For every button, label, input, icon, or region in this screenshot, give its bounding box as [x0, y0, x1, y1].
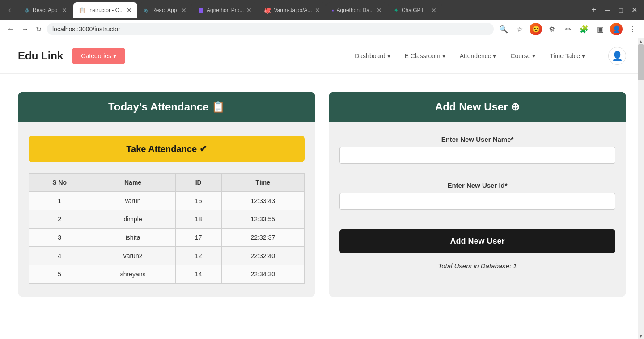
tab-favicon: ⚛ [144, 7, 149, 14]
pen-btn[interactable]: ✏ [562, 23, 574, 35]
main-content: Today's Attendance 📋 Take Attendance ✔ S… [0, 74, 644, 315]
table-row: 4varun21222:32:40 [29, 247, 305, 265]
nav-links: Dashboard ▾ E Classroom ▾ Attendence ▾ C… [355, 47, 626, 65]
categories-label: Categories ▾ [81, 52, 116, 59]
tab-title: Agnethon Pro... [207, 7, 244, 13]
forward-btn[interactable]: → [20, 23, 30, 35]
tab-agnethon-da[interactable]: ▪ Agnethon: Da... ✕ [326, 2, 387, 18]
new-user-id-input[interactable] [339, 193, 615, 210]
tab-title: Agnethon: Da... [337, 7, 374, 13]
bookmark-star-btn[interactable]: ☆ [513, 23, 526, 35]
categories-button[interactable]: Categories ▾ [72, 48, 125, 64]
tab-close-btn[interactable]: ✕ [62, 7, 67, 13]
maximize-btn[interactable]: □ [614, 4, 627, 17]
extensions-btn[interactable]: ⚙ [546, 23, 558, 35]
id-label: Enter New User Id* [339, 182, 615, 189]
attendance-card: Today's Attendance 📋 Take Attendance ✔ S… [18, 92, 315, 297]
col-id: ID [175, 174, 221, 192]
brand-logo: Edu Link [18, 50, 63, 62]
reload-btn[interactable]: ↻ [34, 23, 43, 35]
cell-sno: 5 [29, 265, 90, 284]
scrollbar-arrow-up[interactable]: ▲ [638, 38, 644, 44]
cell-time: 12:33:43 [221, 192, 304, 210]
add-user-button[interactable]: Add New User [339, 229, 615, 253]
address-bar: ← → ↻ 🔍 ☆ 😊 ⚙ ✏ 🧩 ▣ 👤 ⋮ [0, 20, 644, 38]
attendance-card-header: Today's Attendance 📋 [18, 92, 315, 122]
tab-title: React App [33, 7, 59, 13]
new-user-name-input[interactable] [339, 147, 615, 164]
cell-id: 14 [175, 265, 221, 284]
tab-title: Instructor - O... [88, 7, 124, 13]
table-row: 1varun1512:33:43 [29, 192, 305, 210]
menu-btn[interactable]: ⋮ [626, 23, 639, 35]
tab-favicon: ▦ [198, 7, 204, 14]
tab-title: React App [152, 7, 178, 13]
col-name: Name [90, 174, 175, 192]
scrollbar-thumb[interactable] [638, 44, 644, 80]
tab-react-app-2[interactable]: ⚛ React App ✕ [138, 2, 192, 18]
tab-close-btn[interactable]: ✕ [431, 7, 436, 13]
avatar-emoji: 😊 [530, 23, 542, 35]
add-user-header-title: Add New User ⊕ [435, 101, 520, 113]
tab-close-btn[interactable]: ✕ [246, 7, 252, 13]
nav-course[interactable]: Course ▾ [510, 52, 535, 59]
search-icon-btn[interactable]: 🔍 [497, 23, 510, 35]
tab-close-btn[interactable]: ✕ [315, 7, 320, 13]
address-input[interactable] [47, 23, 494, 35]
new-tab-btn[interactable]: + [588, 4, 600, 17]
tab-close-btn[interactable]: ✕ [181, 7, 186, 13]
attendance-header-title: Today's Attendance 📋 [108, 101, 225, 113]
take-attendance-label: Take Attendance ✔ [126, 144, 207, 154]
cell-time: 22:32:37 [221, 229, 304, 247]
browser-chrome: ‹ ⚛ React App ✕ 📋 Instructor - O... ✕ ⚛ … [0, 0, 644, 38]
puzzle-btn[interactable]: 🧩 [578, 23, 590, 35]
nav-timetable[interactable]: Time Table ▾ [550, 52, 585, 59]
tab-close-btn[interactable]: ✕ [127, 7, 132, 13]
sidebar-toggle-btn[interactable]: ▣ [594, 23, 606, 35]
tab-chatgpt[interactable]: ✦ ChatGPT ✕ [388, 2, 442, 18]
tab-title: Varun-Jajoo/A... [274, 7, 312, 13]
cell-time: 12:33:55 [221, 210, 304, 229]
cell-name: ishita [90, 229, 175, 247]
tab-github[interactable]: 🐙 Varun-Jajoo/A... ✕ [258, 2, 325, 18]
cell-sno: 4 [29, 247, 90, 265]
minimize-btn[interactable]: ─ [601, 4, 614, 17]
cell-name: varun [90, 192, 175, 210]
table-row: 3ishita1722:32:37 [29, 229, 305, 247]
tab-favicon: ✦ [394, 7, 399, 14]
tab-favicon: 🐙 [263, 7, 271, 14]
scrollbar-arrow-down[interactable]: ▼ [638, 333, 644, 339]
tab-agnethon-pro[interactable]: ▦ Agnethon Pro... ✕ [193, 2, 257, 18]
take-attendance-button[interactable]: Take Attendance ✔ [29, 136, 305, 162]
cell-id: 15 [175, 192, 221, 210]
attendance-card-body: Take Attendance ✔ S No Name ID Time 1var… [18, 122, 315, 297]
name-label: Enter New User Name* [339, 136, 615, 143]
tab-instructor[interactable]: 📋 Instructor - O... ✕ [73, 2, 137, 18]
cell-name: varun2 [90, 247, 175, 265]
nav-attendence[interactable]: Attendence ▾ [460, 52, 496, 59]
total-users-text: Total Users in Database: 1 [339, 262, 615, 270]
tab-close-btn[interactable]: ✕ [377, 7, 382, 13]
add-user-card: Add New User ⊕ Enter New User Name* Ente… [329, 92, 626, 297]
col-sno: S No [29, 174, 90, 192]
nav-eclassroom[interactable]: E Classroom ▾ [405, 52, 445, 59]
col-time: Time [221, 174, 304, 192]
tab-bar: ‹ ⚛ React App ✕ 📋 Instructor - O... ✕ ⚛ … [0, 0, 644, 20]
cell-id: 17 [175, 229, 221, 247]
tab-title: ChatGPT [402, 7, 428, 13]
back-btn[interactable]: ← [5, 23, 16, 35]
tab-back-btn[interactable]: ‹ [4, 4, 16, 17]
tab-react-app-1[interactable]: ⚛ React App ✕ [19, 2, 72, 18]
cell-sno: 3 [29, 229, 90, 247]
table-row: 5shreyans1422:34:30 [29, 265, 305, 284]
cell-id: 18 [175, 210, 221, 229]
cell-sno: 1 [29, 192, 90, 210]
add-user-card-body: Enter New User Name* Enter New User Id* … [329, 122, 626, 283]
close-btn[interactable]: ✕ [628, 4, 640, 17]
nav-dashboard[interactable]: Dashboard ▾ [355, 52, 390, 59]
cell-id: 12 [175, 247, 221, 265]
user-icon-btn[interactable]: 👤 [608, 47, 626, 65]
app-content: Edu Link Categories ▾ Dashboard ▾ E Clas… [0, 38, 644, 339]
navbar: Edu Link Categories ▾ Dashboard ▾ E Clas… [0, 38, 644, 74]
user-profile-avatar[interactable]: 👤 [610, 23, 623, 35]
